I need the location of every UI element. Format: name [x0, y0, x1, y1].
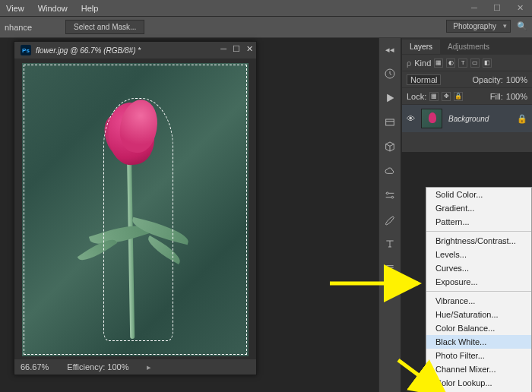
close-icon[interactable]: ✕ — [511, 2, 529, 14]
workspace-switcher[interactable]: Photography — [446, 20, 511, 33]
blend-row: Normal Opacity: 100% — [402, 71, 532, 88]
fill-value[interactable]: 100% — [506, 92, 527, 101]
tab-adjustments[interactable]: Adjustments — [440, 40, 497, 54]
collapsed-panels-strip: ◂◂ — [378, 38, 401, 392]
svg-rect-1 — [386, 119, 394, 125]
menu-item[interactable]: Pattern... — [426, 215, 531, 229]
svg-point-2 — [386, 192, 388, 194]
doc-minimize-icon[interactable]: ─ — [220, 44, 226, 54]
menu-item[interactable]: Vibrance... — [426, 294, 531, 308]
filter-kind[interactable]: Kind — [414, 58, 431, 68]
canvas[interactable] — [22, 63, 249, 356]
adjust-icon[interactable] — [383, 188, 397, 202]
play-icon[interactable] — [383, 91, 397, 105]
select-and-mask-button[interactable]: Select and Mask... — [65, 20, 144, 34]
visibility-icon[interactable]: 👁 — [407, 114, 415, 123]
filter-type-icon[interactable]: T — [458, 58, 467, 68]
layer-thumbnail[interactable] — [421, 109, 442, 128]
statusbar-arrow-icon[interactable]: ▸ — [147, 362, 151, 372]
enhance-label: nhance — [5, 23, 32, 32]
brush-icon[interactable] — [383, 213, 397, 226]
menu-item[interactable]: Color Lookup... — [426, 376, 531, 390]
filter-shape-icon[interactable]: ▭ — [470, 58, 480, 68]
doc-close-icon[interactable]: ✕ — [246, 44, 253, 54]
lock-pixels-icon[interactable]: ▦ — [429, 92, 439, 101]
fill-label: Fill: — [490, 92, 503, 101]
menu-item[interactable]: Brightness/Contrast... — [426, 234, 531, 248]
lock-row: Lock: ▦ ✥ 🔒 Fill: 100% — [402, 88, 532, 105]
menu-item[interactable]: Gradient... — [426, 201, 531, 215]
svg-point-3 — [391, 196, 394, 198]
menu-item[interactable]: Hue/Saturation... — [426, 308, 531, 321]
chevron-left-icon[interactable]: ◂◂ — [383, 43, 397, 56]
cube-icon[interactable] — [383, 140, 397, 153]
filter-smart-icon[interactable]: ◧ — [483, 58, 492, 68]
menu-item[interactable]: Photo Filter... — [426, 349, 531, 362]
paragraph-icon[interactable] — [383, 261, 397, 275]
tutorial-arrow — [328, 273, 427, 295]
opacity-value[interactable]: 100% — [506, 75, 527, 84]
flower-bloom — [104, 98, 160, 168]
search-icon[interactable]: 🔍 — [517, 21, 527, 31]
efficiency-readout: Efficiency: 100% — [67, 362, 128, 371]
layer-name: Background — [448, 115, 489, 123]
menu-window[interactable]: Window — [38, 4, 68, 13]
zoom-level[interactable]: 66.67% — [21, 362, 49, 371]
menu-view[interactable]: View — [6, 4, 24, 13]
menu-item[interactable]: Exposure... — [426, 275, 531, 289]
menu-item[interactable]: Channel Mixer... — [426, 362, 531, 376]
lock-label: Lock: — [407, 92, 426, 101]
layer-filter-row: ρ Kind ▦ ◐ T ▭ ◧ — [402, 55, 532, 71]
adjustment-layer-menu: Solid Color...Gradient...Pattern...Brigh… — [426, 187, 532, 392]
ps-icon: Ps — [21, 45, 31, 55]
layer-row-background[interactable]: 👁 Background 🔒 — [402, 105, 532, 132]
type-icon[interactable] — [383, 237, 397, 251]
workspace-area: Ps flower.jpg @ 66.7% (RGB/8#) * ─ ☐ ✕ 6 — [0, 38, 532, 392]
lock-position-icon[interactable]: ✥ — [442, 92, 451, 101]
blend-mode-select[interactable]: Normal — [407, 74, 441, 85]
flower-stem — [127, 145, 135, 339]
menu-help[interactable]: Help — [81, 4, 99, 13]
menu-item[interactable]: Color Balance... — [426, 321, 531, 335]
opacity-label: Opacity: — [473, 75, 503, 84]
document-statusbar: 66.67% Efficiency: 100% ▸ — [14, 359, 256, 375]
layers-panel: Layers Adjustments ρ Kind ▦ ◐ T ▭ ◧ Norm… — [401, 38, 532, 152]
menubar: View Window Help — [0, 0, 532, 17]
panel-tabs: Layers Adjustments — [402, 38, 532, 55]
menu-item[interactable]: Black White... — [426, 335, 531, 349]
window-controls: ─ ☐ ✕ — [465, 2, 529, 14]
menu-item[interactable]: Solid Color... — [426, 188, 531, 201]
cloud-icon[interactable] — [383, 164, 397, 178]
filter-pixel-icon[interactable]: ▦ — [434, 58, 443, 68]
doc-maximize-icon[interactable]: ☐ — [233, 44, 240, 54]
filter-adjust-icon[interactable]: ◐ — [446, 58, 455, 68]
menu-item[interactable]: Levels... — [426, 248, 531, 261]
menu-item[interactable]: Curves... — [426, 261, 531, 275]
document-title: flower.jpg @ 66.7% (RGB/8#) * — [36, 46, 141, 55]
maximize-icon[interactable]: ☐ — [488, 2, 506, 14]
tab-layers[interactable]: Layers — [402, 40, 440, 54]
document-window: Ps flower.jpg @ 66.7% (RGB/8#) * ─ ☐ ✕ 6 — [14, 41, 257, 375]
libraries-icon[interactable] — [383, 115, 397, 129]
history-icon[interactable] — [383, 67, 397, 81]
minimize-icon[interactable]: ─ — [465, 2, 483, 14]
document-tab[interactable]: Ps flower.jpg @ 66.7% (RGB/8#) * ─ ☐ ✕ — [14, 42, 256, 58]
lock-all-icon[interactable]: 🔒 — [454, 92, 463, 101]
lock-icon[interactable]: 🔒 — [517, 114, 527, 124]
